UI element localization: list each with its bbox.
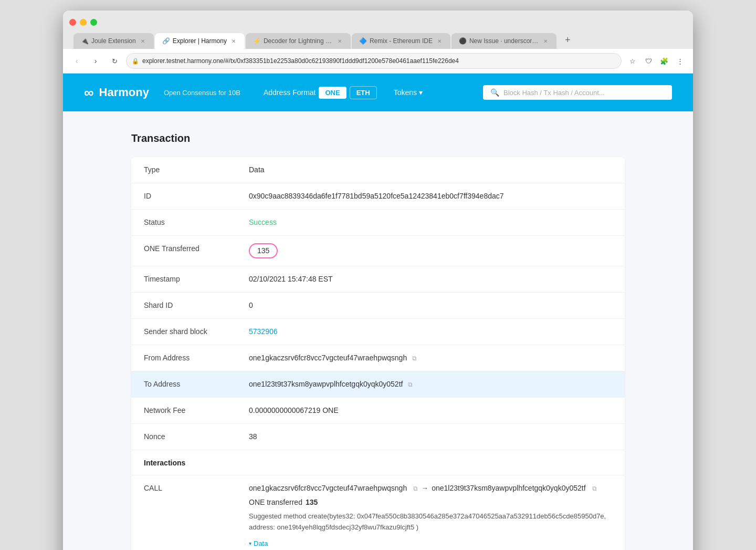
- tokens-button[interactable]: Tokens ▾: [390, 86, 427, 99]
- copy-interaction-from-icon[interactable]: ⧉: [413, 484, 418, 493]
- tab-github-label: New Issue · underscoredLabs…: [469, 37, 539, 45]
- format-eth-button[interactable]: ETH: [350, 86, 377, 99]
- back-icon: ‹: [76, 57, 78, 65]
- tokens-chevron-icon: ▾: [419, 88, 423, 97]
- address-bar[interactable]: 🔒 explorer.testnet.harmony.one/#/tx/0xf3…: [126, 53, 622, 69]
- tab-decoder[interactable]: ⚡ Decoder for Lightning Paymen… ✕: [246, 33, 351, 49]
- table-row-status: Status Success: [131, 210, 625, 236]
- label-sender-shard-block: Sender shard block: [144, 326, 249, 336]
- label-status: Status: [144, 217, 249, 226]
- value-shard-id: 0: [249, 300, 612, 311]
- tab-joule[interactable]: 🔌 Joule Extension ✕: [74, 33, 154, 49]
- tab-remix[interactable]: 🔷 Remix - Ethereum IDE ✕: [352, 33, 450, 49]
- copy-from-address-icon[interactable]: ⧉: [412, 354, 417, 363]
- decoder-tab-icon: ⚡: [253, 37, 260, 45]
- maximize-button[interactable]: [90, 19, 97, 26]
- tab-decoder-close[interactable]: ✕: [336, 37, 343, 45]
- value-to-address: one1l23t9t37ksm8yawpvplhfcetgqk0yqk0y052…: [249, 379, 612, 390]
- reload-button[interactable]: ↻: [107, 54, 122, 68]
- tab-joule-label: Joule Extension: [91, 37, 136, 45]
- harmony-header: ∞ Harmony Open Consensus for 10B Address…: [63, 74, 693, 111]
- back-button[interactable]: ‹: [69, 54, 84, 68]
- interaction-row: one1gkaczsrv6fcr8vcc7vgcteuf47wraehpwqsn…: [249, 483, 612, 548]
- harmony-logo-icon: ∞: [84, 85, 94, 101]
- arrow-icon: →: [421, 483, 428, 494]
- value-network-fee: 0.0000000000067219 ONE: [249, 405, 612, 416]
- label-nonce: Nonce: [144, 431, 249, 441]
- harmony-tagline: Open Consensus for 10B: [164, 89, 240, 97]
- tab-github[interactable]: ⚫ New Issue · underscoredLabs… ✕: [452, 33, 556, 49]
- transferred-label: ONE transferred: [249, 497, 302, 508]
- interaction-line-1: one1gkaczsrv6fcr8vcc7vgcteuf47wraehpwqsn…: [249, 483, 612, 494]
- table-row-interactions-header: Interactions: [131, 450, 625, 475]
- method-address-link[interactable]: one19t4yeh8lqg5fdsdecj32yf8wu7fkazu9lcjf…: [277, 523, 415, 531]
- address-format-label: Address Format: [264, 88, 316, 97]
- data-toggle-label: Data: [254, 538, 268, 549]
- tab-joule-close[interactable]: ✕: [139, 37, 146, 45]
- tab-harmony-close[interactable]: ✕: [230, 37, 237, 45]
- lock-icon: 🔒: [132, 58, 139, 65]
- interaction-from-link[interactable]: one1gkaczsrv6fcr8vcc7vgcteuf47wraehpwqsn…: [249, 483, 407, 494]
- interaction-line-2: ONE transferred 135: [249, 497, 612, 508]
- value-from-address: one1gkaczsrv6fcr8vcc7vgcteuf47wraehpwqsn…: [249, 352, 612, 364]
- minimize-button[interactable]: [80, 19, 87, 26]
- table-row-sender-shard-block: Sender shard block 5732906: [131, 319, 625, 345]
- table-row-call: CALL one1gkaczsrv6fcr8vcc7vgcteuf47wraeh…: [131, 475, 625, 550]
- tab-remix-close[interactable]: ✕: [436, 37, 443, 45]
- table-row-type: Type Data: [131, 157, 625, 183]
- to-address-link[interactable]: one1l23t9t37ksm8yawpvplhfcetgqk0yqk0y052…: [249, 380, 403, 388]
- menu-icon[interactable]: ⋮: [673, 54, 687, 68]
- tab-github-close[interactable]: ✕: [542, 37, 549, 45]
- data-toggle-button[interactable]: ▾ Data: [249, 538, 612, 549]
- title-bar: 🔌 Joule Extension ✕ 🔗 Explorer | Harmony…: [63, 11, 693, 49]
- tab-harmony[interactable]: 🔗 Explorer | Harmony ✕: [155, 33, 245, 49]
- copy-interaction-to-icon[interactable]: ⧉: [592, 484, 597, 493]
- label-timestamp: Timestamp: [144, 274, 249, 283]
- remix-tab-icon: 🔷: [359, 37, 366, 45]
- bookmark-icon[interactable]: ☆: [626, 54, 639, 68]
- new-tab-button[interactable]: +: [560, 31, 576, 49]
- transaction-table: Type Data ID 0x90c9aac8839346da6fe1f7781…: [131, 157, 625, 550]
- value-sender-shard-block[interactable]: 5732906: [249, 326, 612, 337]
- forward-icon: ›: [94, 57, 97, 65]
- address-format-group: Address Format ONE ETH: [264, 86, 377, 99]
- tokens-label: Tokens: [394, 88, 417, 97]
- close-button[interactable]: [69, 19, 76, 26]
- extensions-icon[interactable]: 🧩: [657, 54, 671, 68]
- label-interactions: Interactions: [144, 458, 249, 467]
- shield-icon[interactable]: 🛡: [642, 54, 655, 68]
- search-input[interactable]: Block Hash / Tx Hash / Account...: [503, 89, 665, 97]
- label-from-address: From Address: [144, 352, 249, 362]
- tabs-bar: 🔌 Joule Extension ✕ 🔗 Explorer | Harmony…: [69, 31, 687, 49]
- table-row-network-fee: Network Fee 0.0000000000067219 ONE: [131, 398, 625, 424]
- table-row-timestamp: Timestamp 02/10/2021 15:47:48 EST: [131, 266, 625, 293]
- table-row-nonce: Nonce 38: [131, 424, 625, 450]
- table-row-from-address: From Address one1gkaczsrv6fcr8vcc7vgcteu…: [131, 345, 625, 371]
- harmony-tab-icon: 🔗: [162, 37, 170, 45]
- harmony-logo-text: Harmony: [99, 86, 149, 99]
- copy-to-address-icon[interactable]: ⧉: [408, 380, 413, 389]
- search-icon: 🔍: [490, 88, 499, 97]
- label-to-address: To Address: [144, 379, 249, 388]
- value-type: Data: [249, 164, 612, 175]
- nav-icons: ☆ 🛡 🧩 ⋮: [626, 54, 687, 68]
- value-timestamp: 02/10/2021 15:47:48 EST: [249, 274, 612, 285]
- label-network-fee: Network Fee: [144, 405, 249, 414]
- table-row-to-address: To Address one1l23t9t37ksm8yawpvplhfcetg…: [131, 371, 625, 398]
- forward-button[interactable]: ›: [88, 54, 103, 68]
- address-bar-text: explorer.testnet.harmony.one/#/tx/0xf383…: [142, 57, 459, 65]
- tab-harmony-label: Explorer | Harmony: [173, 37, 227, 45]
- format-one-button[interactable]: ONE: [319, 87, 346, 99]
- value-call: one1gkaczsrv6fcr8vcc7vgcteuf47wraehpwqsn…: [249, 483, 612, 548]
- interaction-to-link[interactable]: one1l23t9t37ksm8yawpvplhfcetgqk0yqk0y052…: [432, 483, 585, 494]
- table-row-one-transferred: ONE Transferred 135: [131, 236, 625, 266]
- reload-icon: ↻: [112, 57, 118, 65]
- from-address-link[interactable]: one1gkaczsrv6fcr8vcc7vgcteuf47wraehpwqsn…: [249, 354, 407, 362]
- joule-icon: 🔌: [81, 37, 88, 45]
- label-call: CALL: [144, 483, 249, 492]
- harmony-logo: ∞ Harmony: [84, 85, 149, 101]
- label-one-transferred: ONE Transferred: [144, 243, 249, 253]
- tab-remix-label: Remix - Ethereum IDE: [370, 37, 433, 45]
- table-row-shard-id: Shard ID 0: [131, 293, 625, 319]
- label-type: Type: [144, 164, 249, 174]
